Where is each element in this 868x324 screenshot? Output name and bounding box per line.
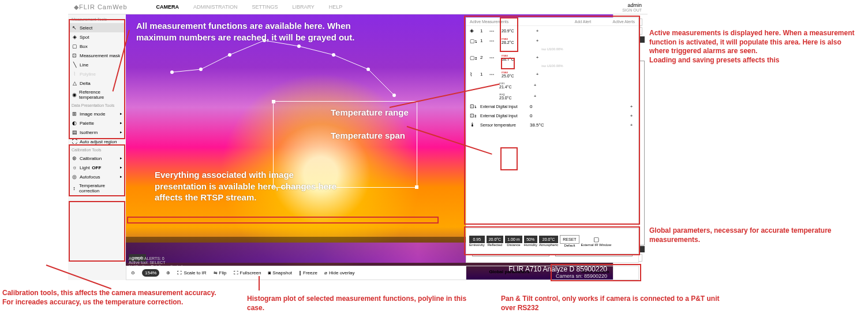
flir-logo: ◆FLIR CamWeb [74, 3, 128, 11]
tab-global-params[interactable]: Global parameters [466, 266, 552, 280]
meas-row-box2[interactable]: ▢₂2•••max38.7°C+ [466, 52, 638, 63]
fullscreen-button[interactable]: ⛶Fullscreen [234, 270, 261, 275]
more-icon[interactable]: ••• [489, 28, 498, 33]
pause-icon: ‖ [299, 270, 301, 275]
svg-point-1 [199, 68, 203, 71]
digital-input-icon: ⊡₁ [470, 103, 477, 109]
tool-box[interactable]: ▢Box [69, 42, 125, 51]
add-alert-button[interactable]: + [532, 94, 538, 99]
nav-library[interactable]: LIBRARY [292, 4, 314, 10]
meas-row-edi2[interactable]: ⊡₂External Digital Input0+ [466, 111, 638, 120]
box-icon: ▢ [72, 43, 77, 49]
scale-to-ir[interactable]: ⛶Scale to IR [177, 270, 206, 275]
tool-isotherm[interactable]: ▤Isotherm▸ [69, 128, 125, 137]
camera-icon: ◙ [268, 270, 271, 275]
flip-button[interactable]: ⇋Flip [214, 270, 227, 275]
sign-out-link[interactable]: SIGN OUT [622, 8, 642, 12]
add-alert-button[interactable]: + [534, 28, 541, 33]
annotation-present: Everything associated with image present… [155, 169, 345, 203]
more-icon[interactable]: ••• [489, 72, 498, 77]
measurement-tools-title: Measurement Tools [69, 16, 125, 23]
isotherm-icon: ▤ [72, 129, 77, 135]
meas-row-polyline[interactable]: ⌇1•••max25.0°C+ [466, 69, 638, 80]
iso-readout: iso U100.00% [466, 63, 638, 69]
global-ext-ir[interactable]: ▢External IR Window [581, 236, 612, 247]
tool-image-mode[interactable]: ⊞Image mode▸ [69, 109, 125, 118]
meas-row-spot[interactable]: ◈1•••20.9°C+ [466, 26, 638, 35]
nav-camera[interactable]: CAMERA [156, 4, 179, 10]
mask-icon: ⊡ [72, 53, 77, 58]
annotation-calibration: Calibration tools, this affects the came… [2, 289, 222, 307]
tool-light[interactable]: ☼Light OFF▸ [69, 163, 125, 172]
add-alert-button[interactable]: + [628, 122, 635, 128]
col-active-meas: Active Measurements [470, 20, 566, 24]
presentation-tools-title: Data Presentation Tools [69, 102, 125, 109]
global-reflected[interactable]: 20.0°CReflected [487, 236, 503, 247]
tool-calibration[interactable]: ⊛Calibration▸ [69, 154, 125, 163]
add-alert-button[interactable]: + [534, 72, 541, 77]
polyline-icon: ⌇ [470, 72, 477, 77]
active-tool-status: Active tool: SELECT [129, 260, 184, 265]
tool-reference[interactable]: ◉Reference temperature [69, 88, 125, 102]
nav-admin[interactable]: ADMINISTRATION [193, 4, 237, 10]
chevron-right-icon: ▸ [120, 156, 122, 161]
spot-icon: ◈ [72, 34, 77, 40]
tool-autofocus[interactable]: ◎Autofocus▸ [69, 172, 125, 181]
tool-line[interactable]: ╲Line [69, 60, 125, 69]
active-alerts-count: ACTIVE ALERTS: 0 [129, 256, 184, 260]
palette-icon: ◐ [72, 120, 77, 126]
meas-row-box1[interactable]: ▢₁1•••max28.2°C+ [466, 35, 638, 46]
calibration-tools-title: Calibration Tools [69, 146, 125, 154]
svg-point-5 [332, 53, 335, 57]
add-alert-button[interactable]: + [534, 38, 541, 43]
meas-row-sensor[interactable]: 🌡Sensor temperature38.5°C+ [466, 120, 638, 129]
sensor-icon: 🌡 [470, 122, 477, 128]
zoom-level: 154% [142, 269, 159, 277]
zoom-in-button[interactable]: ⊕ [166, 270, 170, 275]
svg-point-0 [170, 70, 174, 74]
add-alert-button[interactable]: + [628, 113, 635, 118]
chevron-right-icon: ▸ [120, 174, 122, 179]
light-icon: ☼ [72, 165, 77, 170]
global-atmospheric[interactable]: 20.0°CAtmospheric [539, 236, 558, 247]
annotation-histogram: Histogram plot of selected measurement f… [247, 295, 478, 312]
global-distance[interactable]: 1.00 mDistance [505, 236, 522, 247]
tool-auto-adjust[interactable]: ⛶Auto adjust region [69, 137, 125, 146]
reference-icon: ◉ [72, 92, 77, 98]
autofocus-icon: ◎ [72, 174, 77, 180]
global-emissivity[interactable]: 0.95Emissivity [469, 236, 485, 247]
svg-point-6 [366, 68, 370, 71]
tool-mask[interactable]: ⊡Measurement mask [69, 51, 125, 60]
tool-spot[interactable]: ◈Spot [69, 32, 125, 42]
hide-overlay-button[interactable]: ⌀Hide overlay [324, 270, 354, 275]
col-active-alerts: Active Alerts [600, 20, 635, 24]
more-icon[interactable]: ••• [489, 38, 498, 43]
box-icon: ▢₂ [470, 55, 477, 61]
tool-palette[interactable]: ◐Palette▸ [69, 118, 125, 128]
tab-move-camera[interactable]: Move camera [552, 266, 638, 280]
global-reset[interactable]: RESETDefault [560, 235, 579, 247]
image-mode-icon: ⊞ [72, 111, 77, 117]
annotation-active-meas: Active measurements is displayed here. W… [649, 29, 863, 65]
chevron-right-icon: ▸ [120, 121, 122, 125]
user-name: admin [622, 2, 642, 8]
add-alert-button[interactable]: + [532, 83, 538, 88]
meas-row-edi1[interactable]: ⊡₁External Digital Input0+ [466, 102, 638, 111]
freeze-button[interactable]: ‖Freeze [299, 270, 317, 275]
add-alert-button[interactable]: + [628, 104, 635, 109]
polyline-roi[interactable]: ⌇1 [166, 38, 397, 113]
delta-icon: △ [72, 80, 77, 86]
snapshot-button[interactable]: ◙Snapshot [268, 270, 292, 275]
global-humidity[interactable]: 50%Humidity [524, 236, 537, 247]
temp-corr-icon: ↕ [72, 185, 77, 191]
nav-help[interactable]: HELP [329, 4, 343, 10]
more-icon[interactable]: ••• [489, 55, 498, 60]
spot-icon: ◈ [470, 28, 477, 33]
zoom-out-button[interactable]: ⊖ [131, 270, 135, 275]
tool-temp-correction[interactable]: ↕Temperature correction [69, 181, 125, 195]
nav-settings[interactable]: SETTINGS [252, 4, 278, 10]
tool-select[interactable]: ↖Select [69, 23, 125, 32]
annotation-meas: All measurement functions are available … [136, 20, 384, 43]
iso-readout: iso U100.00% [466, 46, 638, 52]
add-alert-button[interactable]: + [534, 55, 541, 60]
